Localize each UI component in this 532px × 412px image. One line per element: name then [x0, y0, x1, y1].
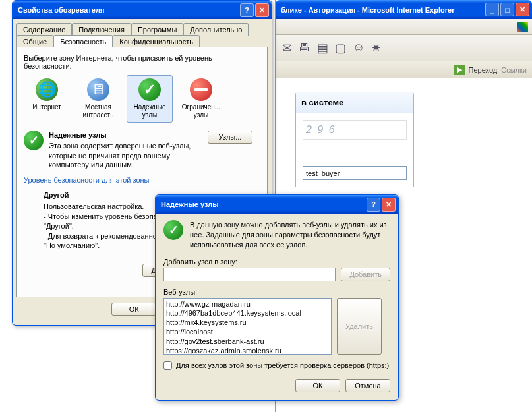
- help-button[interactable]: ?: [240, 3, 254, 17]
- ok-button[interactable]: ОК: [111, 303, 156, 316]
- trusted-desc: Эта зона содержит доверенные веб-узлы, к…: [49, 141, 202, 169]
- tab-privacy[interactable]: Конфиденциальность: [113, 35, 200, 47]
- https-check-label: Для всех узлов этой зоны требуется прове…: [176, 361, 389, 369]
- zone-trusted[interactable]: ✓ Надежные узлы: [127, 75, 173, 123]
- zone-label: Интернет: [26, 103, 68, 111]
- stop-icon: [190, 78, 212, 101]
- mail-icon[interactable]: ✉: [282, 41, 292, 55]
- windows-flag-icon: [517, 22, 528, 32]
- trusted-sites-dialog: Надежные узлы ? ✕ ✓ В данную зону можно …: [155, 194, 399, 401]
- sites-desc: В данную зону можно добавлять веб-узлы и…: [190, 220, 390, 250]
- tab-advanced[interactable]: Дополнительно: [183, 23, 249, 36]
- login-box: в системе 2 9 6: [295, 92, 414, 187]
- sites-title: Надежные узлы: [161, 200, 367, 208]
- add-site-input[interactable]: [163, 268, 336, 281]
- messenger-icon[interactable]: ☺: [353, 41, 365, 55]
- close-button[interactable]: ✕: [255, 3, 269, 17]
- zone-label: Надежные узлы: [129, 103, 171, 119]
- maximize-button[interactable]: □: [500, 3, 514, 16]
- tab-connections[interactable]: Подключения: [72, 23, 131, 36]
- ie-title: блике - Авторизация - Microsoft Internet…: [281, 6, 485, 14]
- links-label[interactable]: Ссылки: [501, 66, 527, 74]
- sites-button[interactable]: Узлы...: [208, 131, 252, 144]
- list-item[interactable]: http://localhost: [165, 327, 330, 336]
- list-item[interactable]: http://www.gz-magadan.ru: [165, 299, 330, 309]
- ie-titlebar: блике - Авторизация - Microsoft Internet…: [276, 0, 532, 19]
- zone-label: Ограничен... узлы: [180, 103, 222, 119]
- zone-restricted[interactable]: Ограничен... узлы: [178, 75, 224, 123]
- zone-list: 🌐 Интернет 🖥 Местная интрасеть ✓ Надежны…: [24, 75, 260, 123]
- close-button[interactable]: ✕: [516, 3, 529, 16]
- trusted-title: Надежные узлы: [49, 131, 202, 140]
- tabs-row-2: Общие Безопасность Конфиденциальность: [16, 35, 268, 47]
- help-button[interactable]: ?: [367, 198, 380, 212]
- sites-titlebar: Надежные узлы ? ✕: [156, 195, 398, 214]
- print-icon[interactable]: 🖶: [299, 41, 310, 55]
- tab-security[interactable]: Безопасность: [53, 35, 113, 47]
- edit-icon[interactable]: ▤: [317, 41, 328, 55]
- tabs-row-1: Содержание Подключения Программы Дополни…: [16, 23, 268, 36]
- remove-button[interactable]: Удалить: [337, 298, 382, 355]
- captcha-image: 2 9 6: [303, 120, 407, 140]
- ie-toolbar: ✉ 🖶 ▤ ▢ ☺ ✷: [276, 35, 532, 61]
- check-icon: ✓: [138, 78, 161, 101]
- site-list[interactable]: http://www.gz-magadan.ru http://4967ba1d…: [163, 298, 332, 355]
- add-site-label: Добавить узел в зону:: [163, 258, 390, 266]
- check-icon: ✓: [24, 131, 44, 150]
- site-list-label: Веб-узлы:: [163, 288, 390, 296]
- ok-button[interactable]: ОК: [295, 379, 340, 392]
- list-item[interactable]: http://gov2test.sberbank-ast.ru: [165, 337, 330, 346]
- ie-addressbar: ▶ Переход Ссылки: [276, 61, 532, 78]
- add-button[interactable]: Добавить: [341, 268, 390, 281]
- login-header: в системе: [296, 92, 413, 113]
- tool-icon[interactable]: ✷: [371, 41, 381, 55]
- globe-icon: 🌐: [36, 78, 58, 101]
- folder-icon[interactable]: ▢: [335, 41, 346, 55]
- props-titlebar: Свойства обозревателя ? ✕: [13, 1, 272, 19]
- tab-programs[interactable]: Программы: [131, 23, 183, 36]
- security-level-text: Уровень безопасности для этой зоны: [24, 176, 260, 184]
- props-title: Свойства обозревателя: [18, 6, 240, 14]
- username-input[interactable]: [303, 166, 407, 180]
- ie-page-content: в системе 2 9 6: [276, 78, 532, 200]
- list-item[interactable]: https://goszakaz.admin.smolensk.ru: [165, 346, 330, 355]
- go-icon[interactable]: ▶: [454, 65, 465, 75]
- tab-general[interactable]: Общие: [16, 35, 53, 47]
- zone-instruction: Выберите зону Интернета, чтобы присвоить…: [24, 54, 260, 70]
- intranet-icon: 🖥: [87, 78, 109, 101]
- list-item[interactable]: http://4967ba1dbceb441.keysystems.local: [165, 309, 330, 318]
- tab-content[interactable]: Содержание: [16, 23, 72, 36]
- close-button[interactable]: ✕: [382, 198, 396, 212]
- list-item[interactable]: http://mx4.keysystems.ru: [165, 318, 330, 327]
- zone-intranet[interactable]: 🖥 Местная интрасеть: [75, 75, 121, 123]
- check-icon: ✓: [163, 220, 183, 240]
- go-label[interactable]: Переход: [469, 66, 498, 74]
- zone-internet[interactable]: 🌐 Интернет: [24, 75, 70, 123]
- minimize-button[interactable]: _: [485, 3, 499, 16]
- zone-label: Местная интрасеть: [77, 103, 119, 119]
- https-checkbox[interactable]: [163, 361, 172, 370]
- cancel-button[interactable]: Отмена: [345, 379, 390, 392]
